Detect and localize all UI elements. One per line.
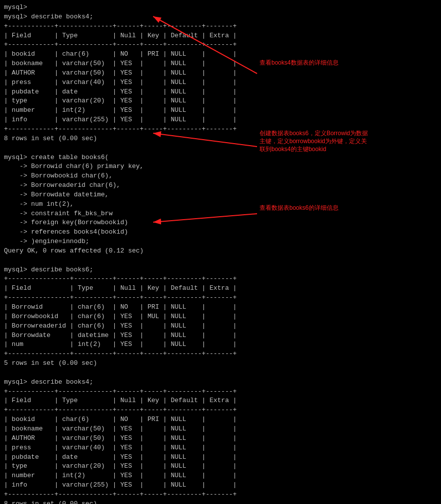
table2-result: 5 rows in set (0.00 sec) (4, 359, 437, 368)
table2-row-borrowreaderid: | Borrowreaderid | char(6) | YES | | NUL… (4, 322, 437, 331)
table3-header: | Field | Type | Null | Key | Default | … (4, 396, 437, 406)
table1-header: | Field | Type | Null | Key | Default | … (4, 31, 437, 41)
cmd-create-books6: mysql> create table books6( (4, 153, 437, 163)
table1-row-pubdate: | pubdate | date | YES | | NULL | | (4, 87, 437, 97)
cmd-describe-books6: mysql> describe books6; (4, 265, 437, 275)
blank2 (4, 256, 437, 265)
table2-header: | Field | Type | Null | Key | Default | … (4, 284, 437, 293)
table3-row-number: | number | int(2) | YES | | NULL | | (4, 471, 437, 481)
table1-row-info: | info | varchar(255) | YES | | NULL | | (4, 115, 437, 125)
cmd-books6-line2: -> Borrowbookid char(6), (4, 171, 437, 181)
cmd-books6-line7: -> foreign key(Borrowbookid) (4, 218, 437, 228)
table3-sep1: +------------+--------------+------+----… (4, 387, 437, 397)
table3-row-pubdate: | pubdate | date | YES | | NULL | | (4, 453, 437, 462)
table1-row-press: | press | varchar(40) | YES | | NULL | | (4, 78, 437, 87)
cmd-books6-line4: -> Borrowdate datetime, (4, 190, 437, 200)
table3-row-bookname: | bookname | varchar(50) | YES | | NULL … (4, 424, 437, 434)
cmd-books6-line5: -> num int(2), (4, 200, 437, 209)
table1-row-bookname: | bookname | varchar(50) | YES | | NULL … (4, 59, 437, 69)
query-ok: Query OK, 0 rows affected (0.12 sec) (4, 247, 437, 256)
cmd-books6-line3: -> Borrowreaderid char(6), (4, 181, 437, 190)
table2-row-borrowid: | Borrowid | char(6) | NO | PRI | NULL |… (4, 303, 437, 312)
table1-row-author: | AUTHOR | varchar(50) | YES | | NULL | … (4, 69, 437, 78)
table3-result: 8 rows in set (0.00 sec) (4, 500, 437, 504)
terminal: mysql> mysql> describe books4; +--------… (0, 0, 441, 504)
table1-sep1: +------------+--------------+------+----… (4, 22, 437, 31)
table1-row-bookid: | bookid | char(6) | NO | PRI | NULL | | (4, 50, 437, 59)
cmd-describe-books4-2: mysql> describe books4; (4, 378, 437, 387)
prompt-line-1: mysql> (4, 3, 437, 12)
table2-sep1: +----------------+----------+------+----… (4, 274, 437, 284)
terminal-content: mysql> mysql> describe books4; +--------… (4, 3, 437, 504)
table3-row-author: | AUTHOR | varchar(50) | YES | | NULL | … (4, 434, 437, 443)
table2-row-num: | num | int(2) | YES | | NULL | | (4, 340, 437, 349)
table1-sep2: +------------+--------------+------+----… (4, 40, 437, 50)
blank1 (4, 144, 437, 153)
table1-row-number: | number | int(2) | YES | | NULL | | (4, 106, 437, 115)
table1-sep3: +------------+--------------+------+----… (4, 125, 437, 134)
table3-sep2: +------------+--------------+------+----… (4, 406, 437, 415)
table3-row-bookid: | bookid | char(6) | NO | PRI | NULL | | (4, 415, 437, 424)
table2-row-borrowbookid: | Borrowbookid | char(6) | YES | MUL | N… (4, 312, 437, 322)
table3-row-type: | type | varchar(20) | YES | | NULL | | (4, 462, 437, 471)
table1-result: 8 rows in set (0.00 sec) (4, 134, 437, 144)
table2-sep2: +----------------+----------+------+----… (4, 293, 437, 303)
table2-sep3: +----------------+----------+------+----… (4, 349, 437, 359)
cmd-books6-line6: -> constraint fk_bks_brw (4, 209, 437, 219)
cmd-books6-line9: -> )engine=innodb; (4, 237, 437, 247)
table3-sep3: +------------+--------------+------+----… (4, 490, 437, 500)
table2-row-borrowdate: | Borrowdate | datetime | YES | | NULL |… (4, 331, 437, 340)
table1-row-type: | type | varchar(20) | YES | | NULL | | (4, 96, 437, 106)
cmd-books6-line1: -> Borrowid char(6) primary key, (4, 162, 437, 171)
blank3 (4, 368, 437, 378)
table3-row-info: | info | varchar(255) | YES | | NULL | | (4, 481, 437, 490)
cmd-describe-books4-1: mysql> describe books4; (4, 12, 437, 22)
cmd-books6-line8: -> references books4(bookid) (4, 228, 437, 237)
table3-row-press: | press | varchar(40) | YES | | NULL | | (4, 443, 437, 453)
